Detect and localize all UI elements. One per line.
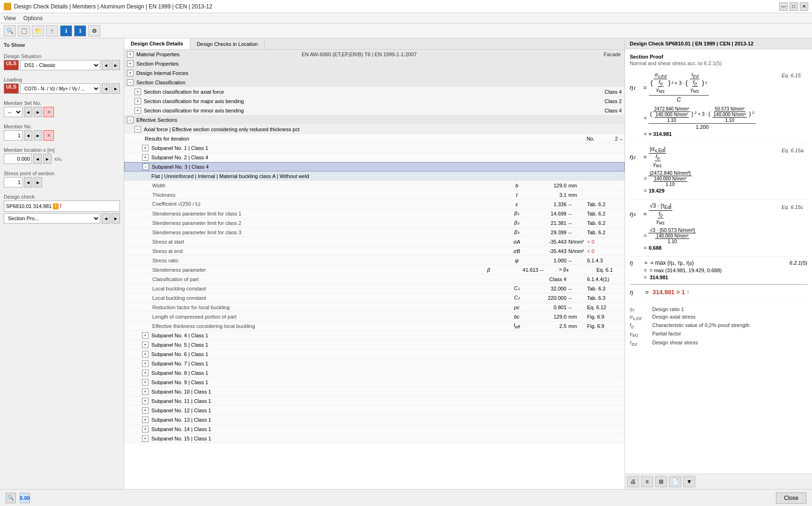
section-expand-btn[interactable]: + [127, 60, 134, 67]
sc-axial-expand[interactable]: + [134, 89, 141, 95]
rp-tool-export[interactable]: 📄 [669, 476, 681, 487]
subpanel2-row[interactable]: + Subpanel No. 2 | Class 4 [124, 153, 625, 162]
menu-view[interactable]: View [4, 15, 16, 22]
tool-info2[interactable]: ℹ [74, 25, 86, 37]
rp-tool-dropdown[interactable]: ▼ [683, 476, 695, 487]
sp10-expand-btn[interactable]: + [142, 388, 149, 395]
member-no-input[interactable] [4, 130, 22, 141]
internal-forces-row[interactable]: + Design Internal Forces [124, 68, 625, 78]
menu-bar: View Options [0, 13, 812, 23]
restore-button[interactable]: □ [790, 2, 798, 11]
sp7-expand-btn[interactable]: + [142, 360, 149, 367]
dc-next-btn[interactable]: ► [112, 213, 120, 223]
iteration-sym: No. [559, 136, 596, 141]
loc-next-btn[interactable]: ► [43, 154, 52, 164]
sp1-label: Subpanel No. 1 | Class 1 [149, 145, 625, 151]
tool-open[interactable]: 📁 [32, 25, 44, 37]
mset-next-btn[interactable]: ► [34, 107, 42, 117]
subpanel6-row[interactable]: + Subpanel No. 6 | Class 1 [124, 350, 625, 359]
sp2-expand-btn[interactable]: + [142, 154, 149, 161]
sp13-expand-btn[interactable]: + [142, 417, 149, 423]
loading-prev-btn[interactable]: ◄ [102, 83, 110, 94]
section-properties-row[interactable]: + Section Properties [124, 59, 625, 68]
forces-expand-btn[interactable]: + [127, 70, 134, 76]
material-properties-row[interactable]: + Material Properties EN AW-6060 (ET,EP,… [124, 50, 625, 59]
member-prev-btn[interactable]: ◄ [24, 130, 32, 141]
sc-minor-row[interactable]: + Section classification for minor axis … [124, 106, 625, 115]
axial-force-row[interactable]: − Axial force | Effective section consid… [124, 125, 625, 134]
tool-list[interactable]: 📋 [18, 25, 30, 37]
sp8-expand-btn[interactable]: + [142, 370, 149, 376]
loading-next-btn[interactable]: ► [112, 83, 120, 94]
sp3-sigB-row: Stress at end σB -35.443 N/mm² < 0 [124, 246, 625, 256]
design-situation-dropdown[interactable]: DS1 - Classic [20, 60, 100, 70]
sp6-expand-btn[interactable]: + [142, 351, 149, 357]
subpanel14-row[interactable]: + Subpanel No. 14 | Class 1 [124, 424, 625, 434]
design-check-dropdown[interactable]: Section Pro... [4, 213, 100, 223]
sc-major-expand[interactable]: + [134, 98, 141, 104]
subpanel11-row[interactable]: + Subpanel No. 11 | Class 1 [124, 396, 625, 406]
rp-tool-list[interactable]: ≡ [641, 476, 653, 487]
subpanel5-row[interactable]: + Subpanel No. 5 | Class 1 [124, 340, 625, 350]
loading-dropdown[interactable]: CO70 - N- / Vz / My+ / Vy / ... [20, 83, 100, 94]
effective-sections-row[interactable]: − Effective Sections [124, 115, 625, 125]
mset-delete-btn[interactable]: ✕ [44, 107, 54, 117]
subpanel13-row[interactable]: + Subpanel No. 13 | Class 1 [124, 415, 625, 424]
subpanel12-row[interactable]: + Subpanel No. 12 | Class 1 [124, 406, 625, 415]
close-button[interactable]: ✕ [800, 2, 808, 11]
subpanel9-row[interactable]: + Subpanel No. 9 | Class 1 [124, 378, 625, 387]
sc-expand-btn[interactable]: − [127, 79, 134, 86]
sp1-expand-btn[interactable]: + [142, 145, 149, 151]
rp-tool-grid[interactable]: ⊞ [655, 476, 667, 487]
minimize-button[interactable]: — [779, 2, 788, 11]
sp3-thickness-row: Thickness t 3.1 mm [124, 190, 625, 200]
sc-major-row[interactable]: + Section classification for major axis … [124, 97, 625, 106]
subpanel4-row[interactable]: + Subpanel No. 4 | Class 1 [124, 331, 625, 340]
tool-settings[interactable]: ⚙ [88, 25, 100, 37]
mset-prev-btn[interactable]: ◄ [24, 107, 32, 117]
sp5-expand-btn[interactable]: + [142, 342, 149, 348]
sc-axial-row[interactable]: + Section classification for axial force… [124, 87, 625, 97]
subpanel3-row[interactable]: − Subpanel No. 3 | Class 4 [124, 162, 625, 171]
sc-major-label: Section classification for major axis be… [142, 98, 568, 104]
sp12-expand-btn[interactable]: + [142, 407, 149, 414]
loc-prev-btn[interactable]: ◄ [33, 154, 42, 164]
status-info-icon[interactable]: 0.00 [20, 493, 30, 503]
subpanel15-row[interactable]: + Subpanel No. 15 | Class 1 [124, 434, 625, 443]
sp15-expand-btn[interactable]: + [142, 435, 149, 442]
material-value: EN AW-6060 (ET,EP,ER/B) T6 | EN 1999-1-1… [302, 52, 417, 57]
sp4-expand-btn[interactable]: + [142, 332, 149, 339]
member-next-btn[interactable]: ► [34, 130, 42, 141]
member-set-no-dropdown[interactable]: -- [4, 107, 22, 117]
close-button[interactable]: Close [776, 492, 806, 504]
sp14-expand-btn[interactable]: + [142, 426, 149, 432]
subpanel7-row[interactable]: + Subpanel No. 7 | Class 1 [124, 359, 625, 368]
tool-export[interactable]: ↑ [46, 25, 58, 37]
status-search-icon[interactable]: 🔍 [6, 493, 16, 503]
rp-tool-print[interactable]: 🖨 [627, 476, 639, 487]
subpanel1-row[interactable]: + Subpanel No. 1 | Class 1 [124, 143, 625, 153]
ds-prev-btn[interactable]: ◄ [102, 60, 110, 70]
sp-next-btn[interactable]: ► [34, 177, 42, 187]
subpanel8-row[interactable]: + Subpanel No. 8 | Class 1 [124, 368, 625, 378]
member-location-input[interactable] [4, 154, 32, 164]
material-expand-btn[interactable]: + [127, 51, 134, 58]
es-expand-btn[interactable]: − [127, 117, 134, 123]
subpanel10-row[interactable]: + Subpanel No. 10 | Class 1 [124, 387, 625, 396]
section-class-row[interactable]: − Section Classification [124, 78, 625, 87]
sc-minor-expand[interactable]: + [134, 107, 141, 114]
member-delete-btn[interactable]: ✕ [44, 130, 54, 141]
tab-design-check-details[interactable]: Design Check Details [124, 38, 190, 49]
stress-point-input[interactable] [4, 177, 22, 187]
dc-prev-btn[interactable]: ◄ [102, 213, 110, 223]
sp11-expand-btn[interactable]: + [142, 398, 149, 404]
menu-options[interactable]: Options [23, 15, 43, 22]
tool-info1[interactable]: ℹ [60, 25, 72, 37]
tool-search[interactable]: 🔍 [4, 25, 16, 37]
ds-next-btn[interactable]: ► [112, 60, 120, 70]
tab-design-checks-location[interactable]: Design Checks in Location [190, 38, 265, 49]
sp-prev-btn[interactable]: ◄ [24, 177, 32, 187]
sp3-expand-btn[interactable]: − [142, 164, 149, 170]
sp9-expand-btn[interactable]: + [142, 379, 149, 386]
af-expand-btn[interactable]: − [134, 126, 141, 133]
